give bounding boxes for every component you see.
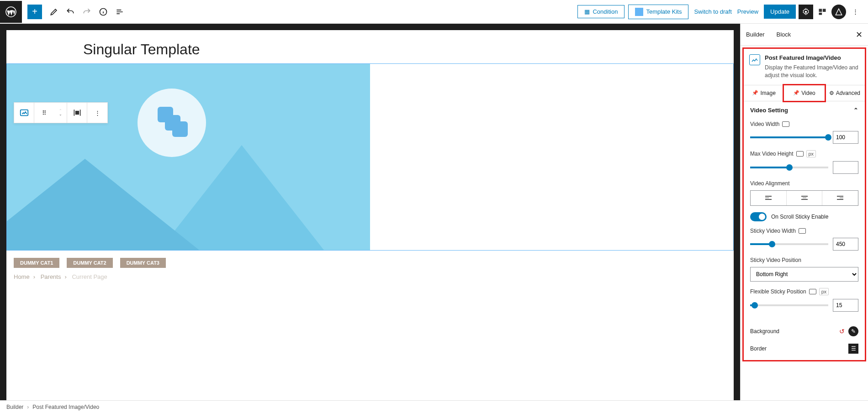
svg-rect-3 (819, 9, 822, 12)
category-badge[interactable]: DUMMY CAT3 (120, 258, 166, 268)
max-height-slider[interactable] (750, 167, 828, 168)
sub-tabs: 📌Image 📌Video ⚙Advanced (744, 85, 865, 101)
panels-icon[interactable] (815, 5, 830, 19)
video-alignment-field: Video Alignment (750, 180, 858, 206)
condition-button[interactable]: ▦Condition (577, 5, 625, 18)
responsive-icon[interactable] (799, 228, 806, 234)
background-row[interactable]: Background ↺ ✎ (744, 323, 865, 340)
canvas: Singular Template ⠿ ⌃⌄ ⋮ DUMMY CAT1 (6, 30, 734, 400)
reset-icon[interactable]: ↺ (839, 328, 845, 335)
flexible-position-slider[interactable] (750, 304, 828, 306)
sub-tab-video[interactable]: 📌Video (783, 84, 826, 102)
responsive-icon[interactable] (782, 121, 789, 127)
svg-rect-5 (819, 12, 822, 15)
align-center-button[interactable] (787, 191, 823, 205)
svg-rect-6 (20, 110, 28, 116)
flexible-position-input[interactable] (833, 299, 858, 312)
svg-point-2 (805, 10, 807, 13)
tab-block[interactable]: Block (776, 26, 795, 43)
svg-rect-4 (823, 9, 826, 12)
breadcrumb-current: Current Page (72, 273, 107, 280)
block-type-icon[interactable] (14, 103, 34, 123)
unit-px[interactable]: px (806, 150, 816, 157)
highlighted-panel: Post Featured Image/Video Display the Fe… (742, 47, 866, 361)
switch-to-draft-link[interactable]: Switch to draft (694, 8, 731, 15)
category-badge[interactable]: DUMMY CAT1 (14, 258, 59, 268)
page-title: Singular Template (6, 30, 734, 63)
video-width-field: Video Width (750, 121, 858, 144)
redo-icon[interactable] (79, 5, 94, 19)
update-button[interactable]: Update (764, 5, 796, 19)
flexible-position-field: Flexible Sticky Positionpx (750, 288, 858, 312)
breadcrumb-parents[interactable]: Parents (41, 273, 61, 280)
block-info-title: Post Featured Image/Video (765, 54, 859, 61)
chevron-up-icon: ⌃ (853, 107, 858, 114)
settings-sliders-icon[interactable]: ☰ (848, 344, 858, 354)
breadcrumb: Home› Parents› Current Page (6, 272, 734, 288)
tab-builder[interactable]: Builder (746, 26, 769, 43)
wordpress-logo[interactable] (0, 1, 22, 23)
sub-tab-image[interactable]: 📌Image (744, 85, 784, 101)
block-floating-toolbar: ⠿ ⌃⌄ ⋮ (14, 102, 108, 123)
sticky-width-field: Sticky Video Width (750, 228, 858, 251)
info-icon[interactable] (96, 5, 111, 19)
pin-icon: 📌 (752, 90, 758, 96)
sticky-enable-toggle[interactable] (750, 212, 767, 221)
edit-pencil-icon[interactable]: ✎ (848, 326, 858, 336)
image-placeholder-icon (138, 89, 206, 157)
drag-handle-icon[interactable]: ⠿ (34, 103, 54, 123)
condition-icon: ▦ (584, 8, 590, 15)
responsive-icon[interactable] (796, 151, 804, 157)
responsive-icon[interactable] (809, 289, 816, 294)
max-video-height-field: Max Video Heightpx (750, 150, 858, 174)
sidebar-tabs: Builder Block ✕ (741, 24, 868, 46)
block-info-desc: Display the Featured Image/Video and adj… (765, 64, 859, 79)
align-right-button[interactable] (822, 191, 858, 205)
template-kits-icon (635, 8, 643, 16)
featured-image-placeholder (7, 64, 370, 250)
close-sidebar-icon[interactable]: ✕ (856, 30, 863, 40)
max-height-input[interactable] (833, 161, 858, 174)
pin-icon: 📌 (793, 90, 799, 96)
svg-rect-7 (75, 111, 79, 115)
breadcrumb-home[interactable]: Home (14, 273, 30, 280)
template-kits-button[interactable]: Template Kits (628, 5, 688, 19)
video-setting-panel-title[interactable]: Video Setting⌃ (744, 101, 865, 119)
align-left-button[interactable] (751, 191, 787, 205)
settings-gear-icon[interactable] (799, 5, 813, 19)
video-width-slider[interactable] (750, 136, 828, 138)
footer-builder[interactable]: Builder (6, 404, 23, 410)
footer-breadcrumb: Builder › Post Featured Image/Video (0, 400, 868, 413)
sticky-position-select[interactable]: Bottom Right (750, 267, 858, 282)
category-badge[interactable]: DUMMY CAT2 (67, 258, 112, 268)
top-toolbar: + ▦Condition Template Kits Switch to dra… (0, 0, 868, 24)
sticky-width-input[interactable] (833, 238, 858, 251)
block-info: Post Featured Image/Video Display the Fe… (744, 49, 865, 85)
settings-sidebar: Builder Block ✕ Post Featured Image/Vide… (740, 24, 868, 400)
edit-icon[interactable] (47, 5, 61, 19)
border-row[interactable]: Border ☰ (744, 340, 865, 357)
sticky-width-slider[interactable] (750, 243, 828, 245)
canvas-area: Singular Template ⠿ ⌃⌄ ⋮ DUMMY CAT1 (0, 24, 740, 400)
video-width-input[interactable] (833, 131, 858, 144)
preview-link[interactable]: Preview (737, 8, 758, 15)
more-options-icon[interactable]: ⋮ (848, 5, 863, 19)
post-featured-image-block[interactable] (6, 63, 734, 251)
block-info-icon (749, 54, 760, 65)
sticky-enable-field: On Scroll Sticky Enable (750, 212, 858, 221)
gear-icon: ⚙ (829, 90, 834, 96)
list-view-icon[interactable] (112, 5, 127, 19)
undo-icon[interactable] (63, 5, 78, 19)
footer-block[interactable]: Post Featured Image/Video (32, 404, 99, 410)
sticky-position-field: Sticky Video Position Bottom Right (750, 257, 858, 282)
unit-px[interactable]: px (819, 288, 829, 295)
move-arrows-icon[interactable]: ⌃⌄ (54, 103, 67, 123)
analog-icon[interactable] (831, 5, 846, 19)
add-block-button[interactable]: + (27, 5, 42, 19)
block-more-icon[interactable]: ⋮ (87, 103, 107, 123)
align-icon[interactable] (67, 103, 87, 123)
category-badges: DUMMY CAT1 DUMMY CAT2 DUMMY CAT3 (6, 251, 734, 272)
sub-tab-advanced[interactable]: ⚙Advanced (825, 85, 865, 101)
main-area: Singular Template ⠿ ⌃⌄ ⋮ DUMMY CAT1 (0, 24, 868, 400)
